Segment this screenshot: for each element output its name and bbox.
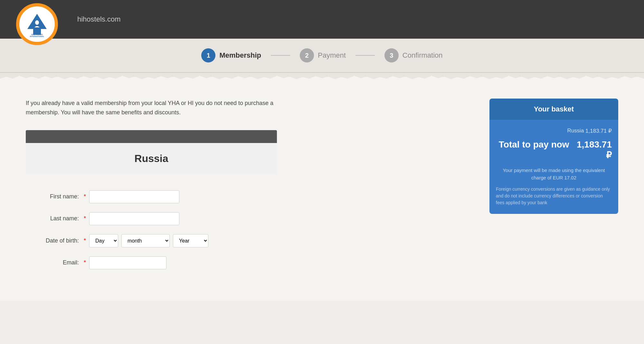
- left-section: If you already have a valid membership f…: [26, 99, 470, 285]
- month-select[interactable]: month January February March April May J…: [121, 234, 170, 247]
- step-3-circle: 3: [384, 48, 399, 62]
- torn-paper-divider: [0, 73, 644, 82]
- step-navigation: 1 Membership 2 Payment 3 Confirmation: [0, 39, 644, 73]
- step-3[interactable]: 3 Confirmation: [384, 48, 443, 62]
- last-name-label: Last name:: [26, 215, 84, 222]
- basket-item-label: Russia: [567, 128, 584, 134]
- email-row: Email: *: [26, 256, 277, 269]
- basket-total-amount: 1,183.71 ₽: [577, 139, 612, 160]
- basket-body: Russia 1,183.71 ₽ Total to pay now 1,183…: [489, 120, 618, 214]
- basket-total: Total to pay now 1,183.71 ₽: [496, 139, 612, 160]
- email-input[interactable]: [89, 256, 166, 269]
- basket-item-row: Russia 1,183.71 ₽: [496, 128, 612, 134]
- basket-item-price: 1,183.71 ₽: [585, 128, 612, 134]
- year-select[interactable]: Year: [173, 234, 208, 247]
- email-label: Email:: [26, 259, 84, 266]
- first-name-required: *: [84, 193, 86, 200]
- last-name-row: Last name: *: [26, 212, 277, 225]
- step-2-circle: 2: [300, 48, 314, 62]
- svg-text:INTERNATIONAL: INTERNATIONAL: [30, 35, 44, 37]
- basket-disclaimer: Foreign currency conversions are given a…: [496, 186, 612, 206]
- email-required: *: [84, 259, 86, 266]
- membership-form: First name: * Last name: * Date of birth…: [26, 184, 277, 285]
- first-name-input[interactable]: [89, 190, 179, 203]
- step-2[interactable]: 2 Payment: [300, 48, 346, 62]
- first-name-row: First name: *: [26, 190, 277, 203]
- country-section: Russia: [26, 143, 277, 174]
- top-bar: HOSTELLING INTERNATIONAL hihostels.com: [0, 0, 644, 39]
- dob-row: Date of birth: * Day month January Febru…: [26, 234, 277, 247]
- section-header-bar: [26, 130, 277, 143]
- last-name-required: *: [84, 215, 86, 222]
- step-3-label: Confirmation: [402, 51, 443, 60]
- dob-label: Date of birth:: [26, 237, 84, 244]
- day-select[interactable]: Day: [89, 234, 118, 247]
- svg-point-2: [35, 20, 39, 25]
- main-content: If you already have a valid membership f…: [0, 82, 644, 301]
- dob-group: Day month January February March April M…: [89, 234, 208, 247]
- step-1[interactable]: 1 Membership: [201, 48, 261, 62]
- basket-header: Your basket: [489, 99, 618, 120]
- step-1-label: Membership: [219, 51, 261, 60]
- last-name-input[interactable]: [89, 212, 179, 225]
- logo: HOSTELLING INTERNATIONAL: [16, 3, 58, 45]
- logo-svg: HOSTELLING INTERNATIONAL: [24, 11, 50, 37]
- steps-container: 1 Membership 2 Payment 3 Confirmation: [201, 48, 442, 62]
- basket-currency-note: Your payment will be made using the equi…: [496, 167, 612, 181]
- first-name-label: First name:: [26, 193, 84, 200]
- site-url: hihostels.com: [77, 15, 121, 24]
- step-divider-1: [271, 55, 290, 56]
- step-1-circle: 1: [201, 48, 215, 62]
- country-title: Russia: [135, 153, 168, 164]
- basket-total-label: Total to pay now: [499, 139, 569, 149]
- dob-required: *: [84, 237, 86, 244]
- info-text: If you already have a valid membership f…: [26, 99, 283, 117]
- basket-sidebar: Your basket Russia 1,183.71 ₽ Total to p…: [489, 99, 618, 214]
- step-2-label: Payment: [318, 51, 346, 60]
- step-divider-2: [355, 55, 375, 56]
